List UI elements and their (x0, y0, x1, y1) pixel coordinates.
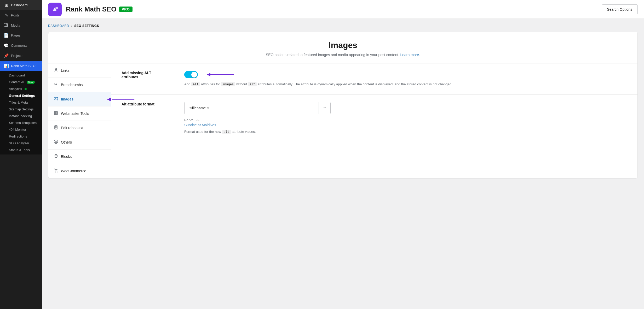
top-header: Rank Math SEO PRO Search Options (42, 0, 644, 19)
breadcrumb-separator: / (71, 24, 72, 28)
submenu-item-schema[interactable]: Schema Templates (0, 120, 42, 126)
webmaster-icon (54, 111, 58, 116)
header-left: Rank Math SEO PRO (48, 3, 133, 16)
search-options-button[interactable]: Search Options (602, 4, 638, 14)
pages-icon: 📄 (4, 33, 9, 38)
setting-control-col: %filename% EXAMPLE Sunrise at Maldives (184, 102, 627, 134)
setting-row-alt-attributes: Add missing ALTattributes (111, 63, 637, 95)
sidebar-item-rankmath[interactable]: 📊 Rank Math SEO (0, 61, 42, 71)
links-icon (54, 68, 58, 73)
analytics-dot (25, 88, 27, 90)
svg-point-15 (57, 172, 58, 173)
setting-label-col: Add missing ALTattributes (122, 71, 174, 79)
breadcrumb-home[interactable]: DASHBOARD (48, 24, 69, 28)
sidebar-item-posts[interactable]: ✎ Posts (0, 10, 42, 20)
submenu-label: Titles & Meta (9, 101, 28, 104)
nav-label: Webmaster Tools (61, 111, 89, 116)
main-area: Rank Math SEO PRO Search Options DASHBOA… (42, 0, 644, 309)
comments-icon: 💬 (4, 43, 9, 48)
sidebar-item-label: Pages (11, 33, 21, 37)
sidebar-item-label: Comments (11, 44, 27, 47)
toggle-slider (184, 71, 198, 78)
posts-icon: ✎ (4, 13, 9, 18)
submenu-label: Content AI (9, 80, 24, 84)
svg-rect-9 (56, 113, 58, 115)
learn-more-link[interactable]: Learn more (400, 53, 419, 57)
nav-label: Blocks (61, 154, 72, 159)
submenu-item-titles[interactable]: Titles & Meta (0, 99, 42, 106)
page-subtitle: SEO options related to featured images a… (59, 53, 627, 57)
sidebar-item-label: Posts (11, 13, 20, 17)
svg-point-14 (55, 172, 56, 173)
toggle-arrow-annotation (205, 71, 236, 79)
nav-label: Links (61, 68, 70, 73)
nav-item-links[interactable]: Links (48, 63, 111, 78)
submenu-label: Redirections (9, 135, 27, 138)
submenu-item-redirections[interactable]: Redirections (0, 133, 42, 140)
nav-label: Breadcrumbs (61, 83, 83, 87)
new-badge: New! (27, 81, 35, 84)
alt-attributes-toggle[interactable] (184, 71, 198, 78)
submenu-item-general[interactable]: General Settings (0, 92, 42, 99)
main-card: Images SEO options related to featured i… (48, 32, 638, 179)
svg-marker-12 (54, 154, 58, 158)
submenu-label: General Settings (9, 94, 35, 98)
projects-icon: 📌 (4, 53, 9, 58)
sidebar-item-dashboard[interactable]: ⊞ Dashboard (0, 0, 42, 10)
sidebar-item-label: Projects (11, 54, 23, 58)
sidebar-item-media[interactable]: 🖼 Media (0, 20, 42, 30)
nav-label: Images (61, 97, 73, 101)
setting-row-alt-format: Alt attribute format %filename% (111, 95, 637, 141)
submenu-item-status[interactable]: Status & Tools (0, 147, 42, 153)
svg-rect-3 (54, 84, 55, 85)
submenu-item-dashboard[interactable]: Dashboard (0, 72, 42, 79)
breadcrumb-current: SEO SETTINGS (74, 24, 99, 28)
svg-point-0 (55, 7, 58, 9)
wp-admin-sidebar: ⊞ Dashboard ✎ Posts 🖼 Media 📄 Pages 💬 Co… (0, 0, 42, 309)
svg-rect-8 (54, 113, 56, 115)
sidebar-item-pages[interactable]: 📄 Pages (0, 30, 42, 40)
submenu-item-content-ai[interactable]: Content AI New! (0, 79, 42, 86)
code-alt: alt (191, 82, 200, 86)
submenu-item-analytics[interactable]: Analytics (0, 86, 42, 92)
example-value: Sunrise at Maldives (184, 123, 627, 127)
images-icon (54, 96, 58, 102)
submenu-label: Sitemap Settings (9, 108, 34, 111)
submenu-item-404[interactable]: 404 Monitor (0, 126, 42, 133)
svg-rect-6 (54, 111, 56, 113)
nav-label: Others (61, 140, 72, 144)
code-alt2: alt (248, 82, 257, 86)
woocommerce-icon (54, 168, 58, 174)
nav-item-others[interactable]: Others (48, 135, 111, 150)
example-section: EXAMPLE Sunrise at Maldives (184, 118, 627, 127)
media-icon: 🖼 (4, 23, 9, 28)
submenu-item-sitemap[interactable]: Sitemap Settings (0, 106, 42, 113)
nav-item-blocks[interactable]: Blocks (48, 150, 111, 164)
sidebar-item-comments[interactable]: 💬 Comments (0, 40, 42, 51)
submenu-label: 404 Monitor (9, 128, 26, 132)
setting-description: Add alt attributes for images without al… (184, 82, 627, 87)
breadcrumb: DASHBOARD / SEO SETTINGS (48, 24, 638, 28)
nav-item-images[interactable]: Images ◄───── (48, 92, 111, 106)
breadcrumbs-icon (54, 82, 58, 88)
nav-label: WooCommerce (61, 169, 86, 173)
sidebar-item-projects[interactable]: 📌 Projects (0, 51, 42, 61)
submenu-label: SEO Analyzer (9, 141, 29, 145)
plugin-title: Rank Math SEO PRO (66, 5, 133, 13)
setting-label: Add missing ALTattributes (122, 71, 174, 79)
nav-item-woocommerce[interactable]: WooCommerce (48, 164, 111, 178)
code-images: images (221, 82, 235, 86)
example-label: EXAMPLE (184, 118, 627, 121)
nav-item-robots[interactable]: Edit robots.txt (48, 121, 111, 135)
nav-item-webmaster[interactable]: Webmaster Tools (48, 106, 111, 121)
blocks-icon (54, 154, 58, 159)
submenu-item-seo-analyzer[interactable]: SEO Analyzer (0, 140, 42, 147)
submenu-label: Schema Templates (9, 121, 37, 125)
submenu-item-instant-indexing[interactable]: Instant Indexing (0, 113, 42, 120)
setting-control-col: Add alt attributes for images without al… (184, 71, 627, 87)
submenu-label: Status & Tools (9, 148, 30, 152)
rankmath-icon: 📊 (4, 63, 9, 68)
alt-format-dropdown-arrow[interactable] (319, 102, 330, 114)
card-body: Links Breadcrumbs (48, 63, 637, 178)
nav-item-breadcrumbs[interactable]: Breadcrumbs (48, 78, 111, 92)
